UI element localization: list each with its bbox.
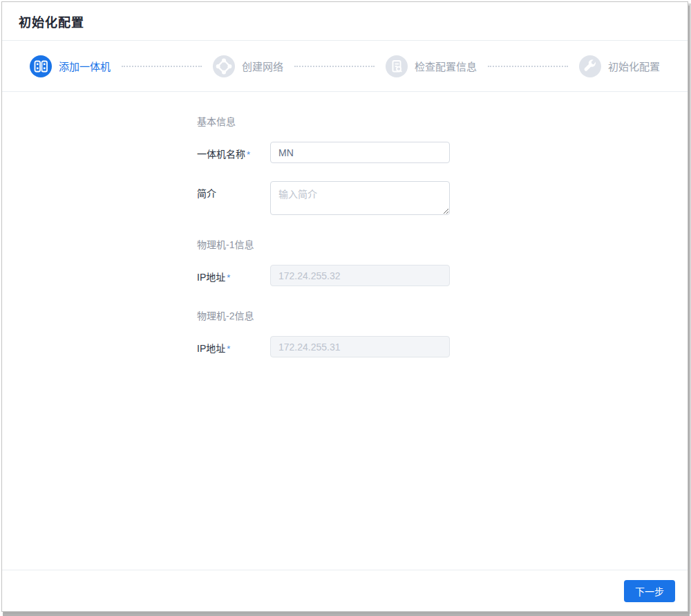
steps-bar: 添加一体机 创建网络 — [2, 41, 688, 92]
step-add-machine: 添加一体机 — [30, 55, 111, 77]
next-step-button[interactable]: 下一步 — [624, 580, 675, 602]
machine-name-row: 一体机名称* — [197, 142, 688, 163]
doc-search-icon — [386, 55, 408, 77]
network-icon — [213, 55, 235, 77]
host2-ip-label: IP地址* — [197, 336, 270, 355]
intro-row: 简介 — [197, 181, 688, 215]
step-label-create-network: 创建网络 — [242, 59, 283, 73]
wrench-icon — [579, 55, 601, 77]
intro-textarea[interactable] — [270, 181, 450, 215]
machine-name-input[interactable] — [270, 142, 450, 163]
host1-ip-input — [270, 265, 450, 286]
step-label-check-config: 检查配置信息 — [415, 59, 477, 73]
intro-label: 简介 — [197, 181, 270, 200]
section-host1-info: 物理机-1信息 — [197, 237, 688, 251]
init-config-window: 初始化配置 添加一体机 — [1, 1, 688, 612]
section-host2-info: 物理机-2信息 — [197, 308, 688, 322]
machine-name-label: 一体机名称* — [197, 142, 270, 160]
host1-ip-label: IP地址* — [197, 265, 270, 283]
page-footer: 下一步 — [2, 570, 688, 611]
host2-ip-row: IP地址* — [197, 336, 688, 357]
step-init-config: 初始化配置 — [579, 55, 660, 77]
step-check-config: 检查配置信息 — [386, 55, 477, 77]
host2-ip-input — [270, 336, 450, 357]
required-mark: * — [227, 272, 230, 283]
step-label-init-config: 初始化配置 — [608, 59, 660, 73]
section-basic-info: 基本信息 — [197, 114, 688, 128]
server-icon — [30, 55, 52, 77]
step-connector — [488, 66, 568, 67]
required-mark: * — [247, 149, 250, 160]
page-header: 初始化配置 — [2, 2, 688, 41]
host1-ip-row: IP地址* — [197, 265, 688, 286]
required-mark: * — [227, 344, 230, 354]
page-title: 初始化配置 — [19, 12, 84, 30]
step-label-add-machine: 添加一体机 — [59, 59, 111, 73]
step-connector — [122, 66, 202, 67]
step-create-network: 创建网络 — [213, 55, 283, 77]
step-connector — [294, 66, 375, 67]
form-area: 基本信息 一体机名称* 简介 物理机-1信息 IP地址* 物理机-2信息 IP地… — [2, 92, 688, 570]
